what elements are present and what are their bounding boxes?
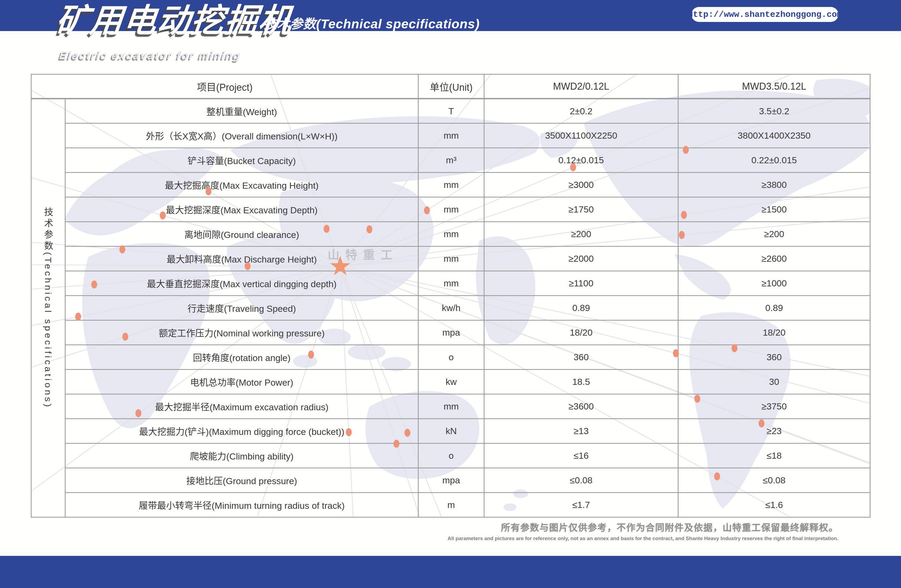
unit-cell: kw/h [418,296,484,320]
project-cell: 离地间隙(Ground clearance) [65,222,418,246]
mwd35-value-cell: 0.22±0.015 [678,148,870,173]
project-cell: 行走速度(Traveling Speed) [65,296,418,320]
mwd2-value-cell: ≥1100 [484,271,678,296]
unit-cell: mpa [418,320,484,345]
mwd35-value-cell: 3800X1400X2350 [678,123,870,148]
table-row: 电机总功率(Motor Power)kw18.530 [31,370,870,394]
unit-cell: mm [418,394,484,419]
brochure-page: 山特重工 矿用电动挖掘机 Electric excavator for mini… [0,0,901,588]
mwd2-value-cell: 18.5 [484,370,678,394]
unit-cell: o [418,443,484,468]
unit-cell: T [418,99,484,123]
website-badge: Http://www.shantezhonggong.com [691,7,839,22]
mwd2-value-cell: ≥3600 [484,394,678,419]
mwd35-value-cell: 3.5±0.2 [678,99,870,123]
page-title: 技术参数(Technical specifications) [263,13,480,32]
col-header-unit: 单位(Unit) [418,75,484,99]
table-row: 回转角度(rotation angle)o360360 [31,345,870,370]
table-row: 最大挖掘高度(Max Excavating Height)mm≥3000≥380… [31,173,870,197]
website-url: Http://www.shantezhonggong.com [687,9,842,20]
mwd2-value-cell: 360 [484,345,678,370]
mwd2-value-cell: ≤0.08 [484,468,678,493]
mwd2-value-cell: 0.12±0.015 [484,148,678,173]
unit-cell: kw [418,370,484,394]
mwd35-value-cell: 360 [678,345,870,370]
table-row: 铲斗容量(Bucket Capacity)m³0.12±0.0150.22±0.… [31,148,870,173]
mwd35-value-cell: ≥200 [678,222,870,246]
mwd2-value-cell: ≥3000 [484,173,678,197]
project-cell: 最大垂直挖掘深度(Max vertical dingging depth) [65,271,418,296]
col-header-project: 项目(Project) [31,75,418,99]
table-row: 接地比压(Ground pressure)mpa≤0.08≤0.08 [31,468,870,493]
unit-cell: m³ [418,148,484,173]
table-row: 外形（长X宽X高）(Overall dimension(L×W×H))mm350… [31,123,870,148]
project-cell: 爬坡能力(Climbing ability) [65,443,418,468]
mwd2-value-cell: 2±0.2 [484,99,678,123]
unit-cell: mm [418,123,484,148]
table-row: 爬坡能力(Climbing ability)o≤16≤18 [31,443,870,468]
mwd2-value-cell: ≥1750 [484,197,678,222]
table-row: 履带最小转弯半径(Minimum turning radius of track… [31,493,870,517]
project-cell: 回转角度(rotation angle) [65,345,418,370]
table-row: 最大卸料高度(Max Discharge Height)mm≥2000≥2600 [31,246,870,271]
mwd35-value-cell: ≥3750 [678,394,870,419]
table-row: 行走速度(Traveling Speed)kw/h0.890.89 [31,296,870,320]
table-row: 额定工作压力(Nominal working pressure)mpa18/20… [31,320,870,345]
unit-cell: m [418,493,484,517]
mwd2-value-cell: ≥13 [484,419,678,443]
mwd2-value-cell: 18/20 [484,320,678,345]
unit-cell: kN [418,419,484,443]
disclaimer-english: All parameters and pictures are for refe… [447,535,839,541]
table-row: 最大挖掘半径(Maximum excavation radius)mm≥3600… [31,394,870,419]
project-cell: 额定工作压力(Nominal working pressure) [65,320,418,345]
mwd35-value-cell: ≥1500 [678,197,870,222]
mwd2-value-cell: ≤1.7 [484,493,678,517]
table-row: 最大挖掘深度(Max Excavating Depth)mm≥1750≥1500 [31,197,870,222]
mwd35-value-cell: 0.89 [678,296,870,320]
project-cell: 整机重量(Weight) [65,99,418,123]
mwd2-value-cell: 0.89 [484,296,678,320]
mwd35-value-cell: ≥1000 [678,271,870,296]
unit-cell: mm [418,222,484,246]
mwd35-value-cell: ≥2600 [678,246,870,271]
project-cell: 电机总功率(Motor Power) [65,370,418,394]
logo-chinese: 矿用电动挖掘机 [55,3,294,39]
unit-cell: o [418,345,484,370]
mwd35-value-cell: ≤1.6 [678,493,870,517]
mwd35-value-cell: 30 [678,370,870,394]
unit-cell: mpa [418,468,484,493]
col-header-mwd2: MWD2/0.12L [484,75,678,99]
disclaimer-chinese: 所有参数与图片仅供参考，不作为合同附件及依据，山特重工保留最终解释权。 [447,520,839,533]
col-header-mwd35: MWD3.5/0.12L [678,75,870,99]
mwd2-value-cell: ≥200 [484,222,678,246]
project-cell: 最大挖掘高度(Max Excavating Height) [65,173,418,197]
project-cell: 铲斗容量(Bucket Capacity) [65,148,418,173]
table-row: 最大垂直挖掘深度(Max vertical dingging depth)mm≥… [31,271,870,296]
table-header-row: 项目(Project) 单位(Unit) MWD2/0.12L MWD3.5/0… [31,75,870,99]
disclaimer: 所有参数与图片仅供参考，不作为合同附件及依据，山特重工保留最终解释权。 All … [447,520,839,541]
side-label: 技术参数(Technical specifications) [31,99,65,517]
project-cell: 最大挖掘力(铲斗)(Maximum digging force (bucket)… [65,419,418,443]
mwd2-value-cell: ≤16 [484,443,678,468]
project-cell: 最大挖掘深度(Max Excavating Depth) [65,197,418,222]
unit-cell: mm [418,271,484,296]
project-cell: 外形（长X宽X高）(Overall dimension(L×W×H)) [65,123,418,148]
spec-table: 项目(Project) 单位(Unit) MWD2/0.12L MWD3.5/0… [31,74,870,518]
mwd2-value-cell: ≥2000 [484,246,678,271]
table-row: 离地间隙(Ground clearance)mm≥200≥200 [31,222,870,246]
mwd35-value-cell: ≥23 [678,419,870,443]
mwd35-value-cell: ≥3800 [678,173,870,197]
project-cell: 接地比压(Ground pressure) [65,468,418,493]
footer-bar [0,556,901,588]
unit-cell: mm [418,173,484,197]
project-cell: 履带最小转弯半径(Minimum turning radius of track… [65,493,418,517]
table-row: 技术参数(Technical specifications)整机重量(Weigh… [31,99,870,123]
mwd35-value-cell: ≤18 [678,443,870,468]
unit-cell: mm [418,246,484,271]
table-row: 最大挖掘力(铲斗)(Maximum digging force (bucket)… [31,419,870,443]
mwd35-value-cell: ≤0.08 [678,468,870,493]
mwd2-value-cell: 3500X1100X2250 [484,123,678,148]
unit-cell: mm [418,197,484,222]
mwd35-value-cell: 18/20 [678,320,870,345]
project-cell: 最大卸料高度(Max Discharge Height) [65,246,418,271]
